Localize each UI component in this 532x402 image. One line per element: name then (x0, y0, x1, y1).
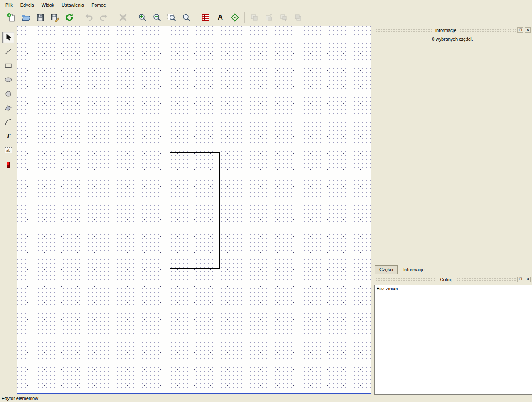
float-icon: ❐ (519, 29, 522, 32)
dock-tabbar: Części Informacje (375, 265, 532, 274)
dock-float-button[interactable]: ❐ (517, 27, 523, 33)
float-icon: ❐ (519, 278, 522, 281)
rectangle-icon (4, 61, 12, 70)
undo-history-list[interactable]: Bez zmian (374, 285, 532, 395)
redo-button[interactable] (97, 11, 110, 24)
element-horizontal-axis[interactable] (170, 211, 220, 211)
save-as-icon (50, 13, 59, 22)
open-button[interactable] (20, 11, 32, 24)
dock-float-button[interactable]: ❐ (517, 277, 523, 282)
hotspot-diamond-icon (230, 13, 239, 22)
arc-tool-button[interactable] (2, 116, 14, 128)
dock-area: Informacje ❐ ✕ 0 wybranych części. Częśc… (373, 25, 532, 395)
lower-icon (279, 13, 288, 22)
close-icon: ✕ (527, 29, 530, 32)
cofnij-dock-titlebar[interactable]: Cofnij ❐ ✕ (373, 276, 532, 283)
text-icon: T (6, 132, 10, 140)
close-icon: ✕ (527, 278, 530, 281)
tab-czesci[interactable]: Części (375, 265, 398, 274)
main-toolbar: A (0, 10, 532, 25)
ellipse-icon (4, 76, 12, 84)
selection-info-text: 0 wybranych części. (373, 34, 532, 42)
delete-button[interactable] (117, 11, 129, 24)
cofnij-dock: Cofnij ❐ ✕ Bez zmian (373, 274, 532, 395)
raise-icon (264, 13, 273, 22)
redo-icon (99, 13, 108, 22)
raise-button[interactable] (263, 11, 275, 24)
zoom-in-icon (138, 13, 147, 22)
menu-bar: Plik Edycja Widok Ustawienia Pomoc (0, 0, 532, 10)
polygon-icon (4, 104, 12, 112)
dock-close-button[interactable]: ✕ (525, 27, 531, 33)
save-icon (36, 13, 45, 22)
tool-palette: T ab (0, 25, 17, 395)
edit-names-button[interactable]: A (214, 11, 227, 24)
menu-pomoc[interactable]: Pomoc (88, 1, 109, 9)
textfield-icon: ab (5, 147, 12, 153)
drawing-canvas[interactable] (17, 26, 371, 394)
terminal-icon (7, 162, 10, 168)
tab-informacje[interactable]: Informacje (399, 265, 429, 274)
send-back-icon (293, 13, 303, 22)
reload-button[interactable] (63, 11, 76, 24)
status-bar: Edytor elementów (0, 395, 532, 402)
menu-plik[interactable]: Plik (2, 1, 17, 9)
zoom-out-icon (153, 13, 162, 22)
undo-icon (84, 13, 94, 22)
cursor-arrow-icon (4, 33, 12, 42)
informacje-dock-title: Informacje (433, 28, 458, 33)
text-tool-button[interactable]: T (2, 130, 14, 142)
line-tool-button[interactable] (2, 46, 14, 57)
circle-tool-button[interactable] (2, 88, 14, 100)
dock-grip-texture (376, 278, 436, 281)
zoom-fit-button[interactable] (165, 11, 178, 24)
delete-icon (118, 13, 128, 22)
toolbar-separator (196, 12, 196, 23)
edit-hotspot-button[interactable] (229, 11, 241, 24)
new-element-button[interactable] (5, 11, 17, 24)
save-as-button[interactable] (49, 11, 61, 24)
bring-front-icon (250, 13, 259, 22)
toolbar-separator (133, 12, 133, 23)
app-window: Plik Edycja Widok Ustawienia Pomoc (0, 0, 532, 402)
letter-a-icon: A (218, 13, 223, 22)
edit-size-button[interactable] (200, 11, 212, 24)
lower-button[interactable] (277, 11, 290, 24)
zoom-out-button[interactable] (151, 11, 163, 24)
zoom-original-button[interactable] (180, 11, 192, 24)
circle-icon (4, 90, 12, 98)
status-text: Edytor elementów (2, 396, 38, 401)
save-button[interactable] (34, 11, 47, 24)
arc-icon (4, 118, 12, 126)
informacje-dock: Informacje ❐ ✕ 0 wybranych części. Częśc… (373, 25, 532, 274)
zoom-original-icon (182, 13, 191, 22)
toolbar-separator (113, 12, 113, 23)
rectangle-tool-button[interactable] (2, 60, 14, 71)
toolbar-separator (79, 12, 79, 23)
menu-edycja[interactable]: Edycja (17, 1, 38, 9)
new-file-icon (7, 13, 16, 22)
bring-front-button[interactable] (248, 11, 261, 24)
reload-icon (65, 13, 74, 22)
dock-grip-texture (455, 278, 516, 281)
polygon-tool-button[interactable] (2, 102, 14, 114)
dock-close-button[interactable]: ✕ (525, 277, 531, 282)
select-tool-button[interactable] (2, 32, 14, 43)
zoom-in-button[interactable] (136, 11, 149, 24)
undo-history-item[interactable]: Bez zmian (376, 286, 531, 292)
menu-widok[interactable]: Widok (38, 1, 58, 9)
dock-grip-texture (376, 29, 432, 32)
textfield-tool-button[interactable]: ab (2, 145, 14, 156)
ellipse-tool-button[interactable] (2, 74, 14, 86)
undo-button[interactable] (83, 11, 95, 24)
line-icon (4, 47, 12, 56)
send-back-button[interactable] (292, 11, 304, 24)
zoom-fit-icon (167, 13, 176, 22)
open-folder-icon (21, 13, 30, 22)
informacje-dock-titlebar[interactable]: Informacje ❐ ✕ (373, 27, 532, 34)
toolbar-separator (244, 12, 245, 23)
terminal-tool-button[interactable] (2, 159, 14, 170)
menu-ustawienia[interactable]: Ustawienia (58, 1, 88, 9)
dock-grip-texture (460, 29, 516, 32)
cofnij-dock-title: Cofnij (438, 277, 453, 282)
